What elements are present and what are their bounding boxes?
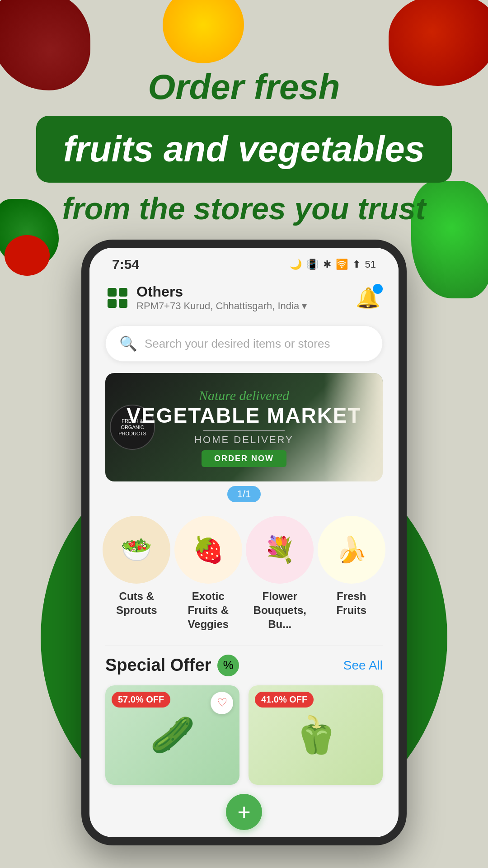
product-zucchini-image: 🥒 57.0% OFF ♡: [105, 685, 239, 785]
special-offer-header: Special Offer % See All: [89, 650, 399, 685]
wifi-icon: 🛜: [336, 259, 348, 270]
notification-badge: [373, 284, 383, 294]
products-row: 🥒 57.0% OFF ♡ 🫑 41.0% OFF: [89, 685, 399, 785]
search-bar[interactable]: 🔍 Search your desired items or stores: [105, 326, 383, 362]
hero-line1: Order fresh: [27, 68, 461, 107]
moon-icon: 🌙: [290, 259, 302, 270]
capsicum-discount-badge: 41.0% OFF: [255, 692, 314, 708]
bluetooth-icon: ✱: [323, 259, 331, 270]
app-header: Others RPM7+73 Kurud, Chhattisgarh, Indi…: [89, 277, 399, 319]
category-fresh-fruits-label: Fresh Fruits: [320, 589, 383, 617]
product-capsicum-image: 🫑 41.0% OFF: [249, 685, 383, 785]
dropdown-arrow-icon: ▾: [302, 300, 307, 312]
category-flower-bouquets-label: FlowerBouquets, Bu...: [249, 589, 311, 632]
special-offer-title: Special Offer: [105, 656, 211, 675]
status-icons: 🌙 📳 ✱ 🛜 ⬆ 51: [290, 259, 376, 270]
hero-section: Order fresh fruits and vegetables from t…: [0, 68, 488, 226]
fab-container: +: [89, 785, 399, 839]
category-exotic-fruits[interactable]: 🍓 Exotic Fruits &Veggies: [177, 516, 240, 632]
banner-nature-text: Nature delivered: [199, 388, 289, 403]
battery-icon: 51: [365, 259, 376, 270]
category-fresh-fruits-image: 🍌: [318, 516, 385, 584]
zucchini-wishlist-button[interactable]: ♡: [211, 692, 233, 714]
store-name: Others: [136, 283, 307, 300]
categories-row: 🥗 Cuts &Sprouts 🍓 Exotic Fruits &Veggies…: [89, 507, 399, 641]
product-card-zucchini[interactable]: 🥒 57.0% OFF ♡: [105, 685, 239, 785]
vibrate-icon: 📳: [306, 259, 319, 270]
category-exotic-fruits-label: Exotic Fruits &Veggies: [177, 589, 240, 632]
banner-separator: [203, 430, 285, 431]
carousel-indicator: 1/1: [89, 486, 399, 502]
add-to-cart-button[interactable]: +: [226, 794, 262, 830]
phone-mockup: 7:54 🌙 📳 ✱ 🛜 ⬆ 51 Others RPM7+73 Kurud, …: [81, 240, 407, 845]
percent-icon: %: [223, 658, 234, 672]
see-all-link[interactable]: See All: [343, 658, 383, 673]
category-cuts-sprouts[interactable]: 🥗 Cuts &Sprouts: [105, 516, 168, 632]
grid-dot: [119, 288, 128, 297]
category-flower-bouquets[interactable]: 💐 FlowerBouquets, Bu...: [249, 516, 311, 632]
category-cuts-sprouts-label: Cuts &Sprouts: [116, 589, 157, 617]
data-icon: ⬆: [352, 259, 361, 270]
section-divider: [105, 645, 383, 646]
grid-dot: [119, 299, 128, 308]
banner-carousel[interactable]: FRESH & ORGANIC PRODUCTS Nature delivere…: [105, 373, 383, 481]
indicator-pill: 1/1: [227, 486, 261, 502]
category-cuts-sprouts-image: 🥗: [103, 516, 170, 584]
banner-order-now-button[interactable]: ORDER NOW: [202, 450, 286, 467]
status-time: 7:54: [112, 257, 139, 272]
offer-badge-icon: %: [217, 655, 239, 676]
address-text: RPM7+73 Kurud, Chhattisgarh, India: [136, 300, 299, 312]
grid-dot: [108, 299, 117, 308]
search-placeholder: Search your desired items or stores: [145, 337, 330, 351]
category-fresh-fruits[interactable]: 🍌 Fresh Fruits: [320, 516, 383, 632]
grid-dot: [108, 288, 117, 297]
location-address[interactable]: RPM7+73 Kurud, Chhattisgarh, India ▾: [136, 300, 307, 312]
product-card-capsicum[interactable]: 🫑 41.0% OFF: [249, 685, 383, 785]
header-left: Others RPM7+73 Kurud, Chhattisgarh, Indi…: [108, 283, 307, 312]
hero-banner: fruits and vegetables: [36, 116, 452, 183]
category-flower-bouquets-image: 💐: [246, 516, 314, 584]
search-container: 🔍 Search your desired items or stores: [89, 319, 399, 368]
veg-pepper-icon: [5, 235, 50, 276]
status-bar: 7:54 🌙 📳 ✱ 🛜 ⬆ 51: [89, 248, 399, 277]
special-offer-left: Special Offer %: [105, 655, 239, 676]
hero-line2: fruits and vegetables: [59, 128, 429, 170]
banner-right-decoration: [324, 373, 383, 481]
zucchini-discount-badge: 57.0% OFF: [112, 692, 170, 708]
grid-menu-icon[interactable]: [108, 288, 127, 308]
header-location: Others RPM7+73 Kurud, Chhattisgarh, Indi…: [136, 283, 307, 312]
category-exotic-fruits-image: 🍓: [174, 516, 242, 584]
plus-icon: +: [237, 799, 250, 825]
search-icon: 🔍: [119, 335, 137, 352]
banner-home-delivery: HOME DELIVERY: [194, 434, 294, 446]
notification-bell-icon[interactable]: 🔔: [356, 286, 380, 310]
hero-line3: from the stores you trust: [27, 192, 461, 226]
